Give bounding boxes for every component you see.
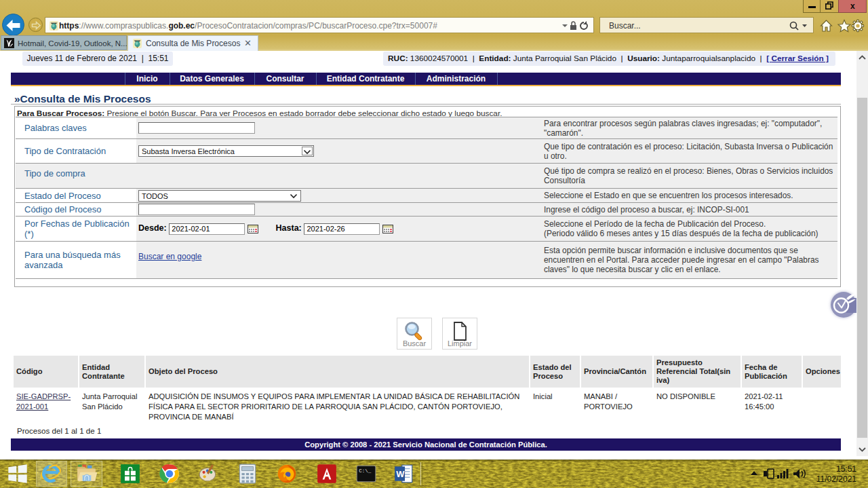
svg-text:W: W: [396, 469, 405, 479]
svg-text:C:\_: C:\_: [359, 468, 371, 474]
